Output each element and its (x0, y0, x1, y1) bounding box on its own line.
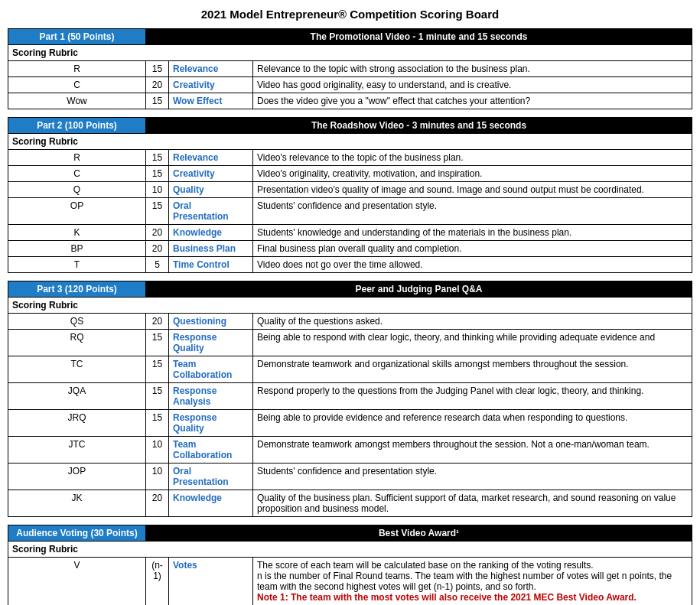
abbrev-cell: JOP (8, 464, 146, 490)
part-header-left: Part 1 (50 Points) (8, 29, 146, 45)
criterion-cell: Wow Effect (169, 93, 253, 109)
abbrev-cell: Wow (8, 93, 146, 109)
audience-header-right: Best Video Award¹ (146, 525, 692, 542)
points-cell: 10 (146, 464, 169, 490)
description-cell: Video's originality, creativity, motivat… (253, 166, 692, 182)
table-row: R15RelevanceRelevance to the topic with … (8, 61, 692, 77)
table-row: Q10QualityPresentation video's quality o… (8, 182, 692, 198)
part-header-left: Part 3 (120 Points) (8, 281, 146, 298)
criterion-cell: Creativity (169, 166, 253, 182)
criterion-cell: Knowledge (169, 490, 253, 517)
abbrev-cell: C (8, 77, 146, 93)
points-cell: 15 (146, 330, 169, 356)
criterion-cell: Quality (169, 182, 253, 198)
points-cell: 15 (146, 383, 169, 410)
abbrev-cell: BP (8, 241, 146, 257)
table-row: JOP10Oral PresentationStudents' confiden… (8, 464, 692, 490)
points-cell: 20 (146, 225, 169, 241)
abbrev-cell: Q (8, 182, 146, 198)
abbrev-cell: K (8, 225, 146, 241)
description-cell: Video does not go over the time allowed. (253, 257, 692, 273)
criterion-cell: Response Quality (169, 330, 253, 356)
description-cell: Does the video give you a "wow" effect t… (253, 93, 692, 109)
audience-header-left: Audience Voting (30 Points) (8, 525, 146, 542)
rubric-label: Scoring Rubric (8, 45, 692, 61)
table-row: JQA15Response AnalysisRespond properly t… (8, 383, 692, 410)
part-header-left: Part 2 (100 Points) (8, 118, 146, 134)
part-header-right: The Roadshow Video - 3 minutes and 15 se… (146, 118, 692, 134)
page-title: 2021 Model Entrepreneur® Competition Sco… (8, 8, 692, 21)
description-cell: Demonstrate teamwork amongst members thr… (253, 437, 692, 464)
points-cell: 10 (146, 437, 169, 464)
points-cell: 5 (146, 257, 169, 273)
table-row: JTC10Team CollaborationDemonstrate teamw… (8, 437, 692, 464)
abbrev-cell: R (8, 150, 146, 166)
table-row: C20CreativityVideo has good originality,… (8, 77, 692, 93)
table-row: QS20QuestioningQuality of the questions … (8, 314, 692, 330)
description-cell: Being able to provide evidence and refer… (253, 410, 692, 437)
abbrev-cell: TC (8, 356, 146, 383)
abbrev-cell: JTC (8, 437, 146, 464)
criterion-cell: Team Collaboration (169, 437, 253, 464)
points-cell: 15 (146, 166, 169, 182)
rubric-label: Scoring Rubric (8, 298, 692, 314)
criterion-cell: Business Plan (169, 241, 253, 257)
abbrev-cell: JK (8, 490, 146, 517)
table-row: T5Time ControlVideo does not go over the… (8, 257, 692, 273)
points-cell: 15 (146, 356, 169, 383)
description-cell: Students' confidence and presentation st… (253, 464, 692, 490)
description-cell: Quality of the questions asked. (253, 314, 692, 330)
criterion-cell: Response Analysis (169, 383, 253, 410)
scoring-table-part3: Part 3 (120 Points)Peer and Judging Pane… (8, 281, 692, 517)
points-cell: 20 (146, 77, 169, 93)
abbrev-cell: C (8, 166, 146, 182)
abbrev-cell: V (8, 558, 146, 606)
points-cell: 15 (146, 150, 169, 166)
criterion-cell: Team Collaboration (169, 356, 253, 383)
table-row: OP15Oral PresentationStudents' confidenc… (8, 198, 692, 225)
points-cell: 15 (146, 198, 169, 225)
description-cell: Students' confidence and presentation st… (253, 198, 692, 225)
abbrev-cell: R (8, 61, 146, 77)
criterion-cell: Relevance (169, 61, 253, 77)
scoring-table-part2: Part 2 (100 Points)The Roadshow Video - … (8, 117, 692, 273)
description-cell: Demonstrate teamwork and organizational … (253, 356, 692, 383)
part-header-right: Peer and Judging Panel Q&A (146, 281, 692, 298)
criterion-cell: Time Control (169, 257, 253, 273)
criterion-cell: Creativity (169, 77, 253, 93)
table-row: JRQ15Response QualityBeing able to provi… (8, 410, 692, 437)
description-cell: Being able to respond with clear logic, … (253, 330, 692, 356)
abbrev-cell: JRQ (8, 410, 146, 437)
abbrev-cell: T (8, 257, 146, 273)
scoring-table-part1: Part 1 (50 Points)The Promotional Video … (8, 28, 692, 109)
table-row: C15CreativityVideo's originality, creati… (8, 166, 692, 182)
criterion-cell: Relevance (169, 150, 253, 166)
table-row: RQ15Response QualityBeing able to respon… (8, 330, 692, 356)
table-row: R15RelevanceVideo's relevance to the top… (8, 150, 692, 166)
rubric-label: Scoring Rubric (8, 542, 692, 558)
criterion-cell: Votes (169, 558, 253, 606)
abbrev-cell: RQ (8, 330, 146, 356)
table-row: TC15Team CollaborationDemonstrate teamwo… (8, 356, 692, 383)
points-cell: 15 (146, 93, 169, 109)
audience-table: Audience Voting (30 Points)Best Video Aw… (8, 525, 692, 605)
points-cell: 20 (146, 490, 169, 517)
description-cell: The score of each team will be calculate… (253, 558, 692, 606)
description-cell: Quality of the business plan. Sufficient… (253, 490, 692, 517)
points-cell: 10 (146, 182, 169, 198)
abbrev-cell: QS (8, 314, 146, 330)
points-cell: 20 (146, 241, 169, 257)
table-row: K20KnowledgeStudents' knowledge and unde… (8, 225, 692, 241)
rubric-label: Scoring Rubric (8, 134, 692, 150)
criterion-cell: Response Quality (169, 410, 253, 437)
description-cell: Video has good originality, easy to unde… (253, 77, 692, 93)
criterion-cell: Questioning (169, 314, 253, 330)
description-cell: Presentation video's quality of image an… (253, 182, 692, 198)
part-header-right: The Promotional Video - 1 minute and 15 … (146, 29, 692, 45)
table-row: V(n-1)VotesThe score of each team will b… (8, 558, 692, 606)
points-cell: 20 (146, 314, 169, 330)
criterion-cell: Knowledge (169, 225, 253, 241)
points-cell: (n-1) (146, 558, 169, 606)
description-cell: Video's relevance to the topic of the bu… (253, 150, 692, 166)
description-cell: Relevance to the topic with strong assoc… (253, 61, 692, 77)
